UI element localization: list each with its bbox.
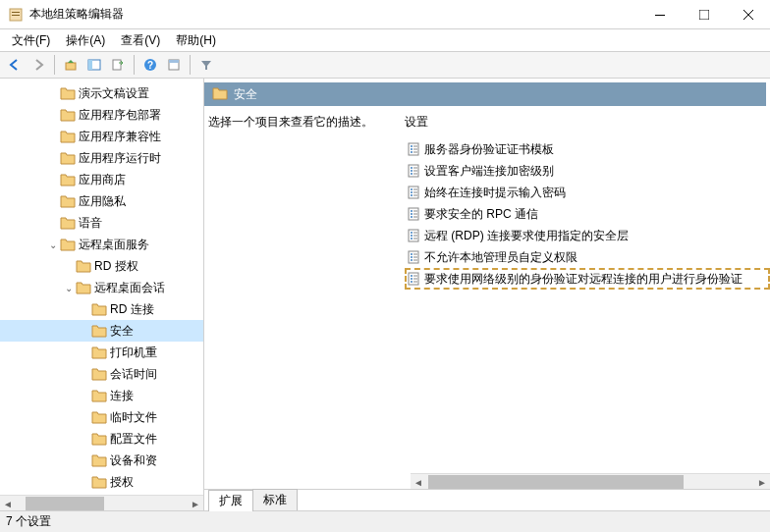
folder-icon [60, 130, 76, 143]
detail-horizontal-scrollbar[interactable]: ◄ ► [411, 473, 770, 489]
folder-icon [76, 281, 91, 294]
folder-icon [91, 367, 107, 381]
help-button[interactable]: ? [139, 54, 161, 76]
collapse-icon[interactable]: ⌄ [63, 283, 75, 293]
svg-text:?: ? [147, 60, 153, 71]
tree-item[interactable]: ⌄远程桌面服务 [0, 234, 203, 255]
tree-item[interactable]: 演示文稿设置 [0, 82, 203, 104]
tree-item[interactable]: 应用程序包部署 [0, 104, 203, 126]
tab-extended[interactable]: 扩展 [208, 490, 253, 511]
svg-rect-10 [113, 60, 121, 70]
settings-column: 设置 服务器身份验证证书模板设置客户端连接加密级别始终在连接时提示输入密码要求安… [405, 114, 770, 489]
policy-icon [407, 229, 420, 242]
export-button[interactable] [107, 54, 129, 76]
setting-label: 要求使用网络级别的身份验证对远程连接的用户进行身份验证 [424, 271, 742, 288]
menu-action[interactable]: 操作(A) [58, 30, 113, 51]
svg-point-60 [411, 281, 412, 283]
setting-item[interactable]: 设置客户端连接加密级别 [405, 160, 770, 182]
titlebar: 本地组策略编辑器 [0, 0, 770, 29]
tree-item[interactable]: 应用隐私 [0, 190, 203, 212]
main-area: 演示文稿设置应用程序包部署应用程序兼容性应用程序运行时应用商店应用隐私语音⌄远程… [0, 79, 770, 510]
scrollbar-thumb[interactable] [428, 475, 684, 489]
policy-icon [407, 207, 420, 221]
tree-item[interactable]: 会话时间 [0, 363, 203, 385]
tree-item[interactable]: 应用程序兼容性 [0, 126, 203, 147]
tree-item[interactable]: RD 连接 [0, 298, 203, 320]
scrollbar-thumb[interactable] [26, 497, 104, 510]
svg-point-25 [411, 173, 412, 175]
setting-item[interactable]: 始终在连接时提示输入密码 [405, 182, 770, 203]
tree-item[interactable]: 临时文件 [0, 406, 203, 428]
tree-item[interactable]: 配置文件 [0, 428, 203, 450]
tree-item[interactable]: RD 授权 [0, 255, 203, 277]
close-button[interactable] [726, 0, 770, 29]
toolbar-separator [54, 55, 55, 75]
toolbar-separator [190, 55, 191, 75]
tab-standard[interactable]: 标准 [252, 489, 298, 510]
svg-point-53 [411, 259, 412, 261]
svg-point-59 [411, 278, 412, 280]
tree-item[interactable]: ⌄远程桌面会话 [0, 277, 203, 298]
svg-point-44 [411, 232, 412, 234]
toolbar: ? [0, 51, 770, 79]
menu-view[interactable]: 查看(V) [113, 30, 168, 51]
tree-item[interactable]: 打印机重 [0, 342, 203, 363]
folder-icon [60, 194, 76, 208]
forward-button[interactable] [28, 54, 49, 76]
back-button[interactable] [4, 54, 26, 76]
scroll-right-arrow[interactable]: ► [188, 496, 203, 510]
policy-icon [407, 164, 420, 178]
tree-item-label: RD 连接 [110, 301, 154, 318]
svg-point-30 [411, 188, 412, 190]
folder-icon [60, 238, 76, 251]
status-text: 7 个设置 [6, 513, 51, 530]
tree-item[interactable]: 授权 [0, 471, 203, 493]
tree-item[interactable]: 应用程序运行时 [0, 147, 203, 169]
tree-item[interactable]: 应用商店 [0, 169, 203, 190]
svg-point-45 [411, 235, 412, 237]
svg-point-23 [411, 167, 412, 169]
setting-label: 不允许本地管理员自定义权限 [424, 249, 578, 266]
setting-item[interactable]: 不允许本地管理员自定义权限 [405, 246, 770, 268]
detail-title: 安全 [234, 86, 257, 103]
filter-button[interactable] [195, 54, 217, 76]
scroll-left-arrow[interactable]: ◄ [411, 474, 426, 489]
show-hide-tree-button[interactable] [83, 54, 105, 76]
svg-rect-7 [66, 63, 76, 70]
toolbar-separator [134, 55, 135, 75]
description-text: 选择一个项目来查看它的描述。 [208, 114, 397, 131]
folder-icon [60, 173, 76, 186]
settings-column-header[interactable]: 设置 [405, 114, 770, 131]
setting-label: 服务器身份验证证书模板 [424, 141, 554, 158]
tree-item-label: 临时文件 [110, 409, 157, 426]
svg-point-17 [411, 148, 412, 150]
statusbar: 7 个设置 [0, 510, 770, 532]
up-button[interactable] [60, 54, 82, 76]
setting-item[interactable]: 服务器身份验证证书模板 [405, 138, 770, 160]
maximize-button[interactable] [682, 0, 726, 29]
tree-item[interactable]: 安全 [0, 320, 203, 342]
policy-icon [407, 186, 420, 199]
tree-item[interactable]: 语音 [0, 212, 203, 234]
svg-point-31 [411, 191, 412, 193]
svg-point-18 [411, 151, 412, 153]
scroll-right-arrow[interactable]: ► [754, 474, 770, 489]
menu-help[interactable]: 帮助(H) [168, 30, 224, 51]
svg-rect-2 [12, 15, 20, 16]
properties-button[interactable] [163, 54, 185, 76]
tree-item[interactable]: 设备和资 [0, 450, 203, 471]
setting-item[interactable]: 远程 (RDP) 连接要求使用指定的安全层 [405, 225, 770, 246]
setting-item[interactable]: 要求使用网络级别的身份验证对远程连接的用户进行身份验证 [405, 268, 770, 290]
collapse-icon[interactable]: ⌄ [47, 239, 59, 250]
tree-item-label: 远程桌面会话 [94, 280, 165, 296]
svg-point-32 [411, 194, 412, 196]
tree-horizontal-scrollbar[interactable]: ◄ ► [0, 495, 203, 510]
menu-file[interactable]: 文件(F) [4, 30, 58, 51]
tree-item[interactable]: 连接 [0, 385, 203, 406]
setting-item[interactable]: 要求安全的 RPC 通信 [405, 203, 770, 225]
svg-point-38 [411, 213, 412, 215]
scroll-left-arrow[interactable]: ◄ [0, 496, 16, 510]
minimize-button[interactable] [637, 0, 682, 29]
tree-item-label: 应用程序包部署 [79, 107, 161, 124]
description-column: 选择一个项目来查看它的描述。 [208, 114, 405, 489]
